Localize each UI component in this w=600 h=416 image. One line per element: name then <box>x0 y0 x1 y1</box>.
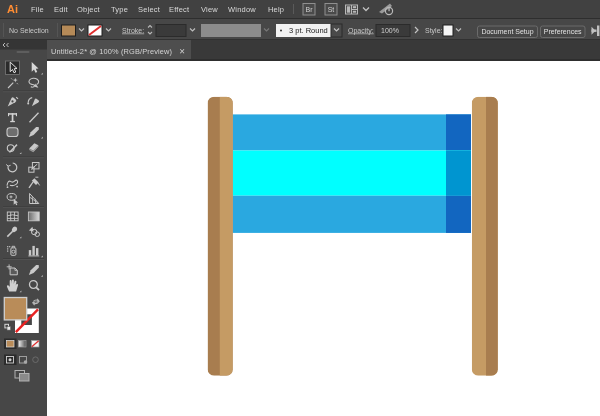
svg-text:Stroke:: Stroke: <box>122 27 144 34</box>
svg-text:3 pt. Round: 3 pt. Round <box>289 26 328 35</box>
svg-text:100%: 100% <box>381 27 399 34</box>
svg-text:Document Setup: Document Setup <box>481 28 533 36</box>
svg-text:Opacity:: Opacity: <box>348 27 374 35</box>
svg-text:St: St <box>328 6 335 13</box>
svg-text:Br: Br <box>306 6 314 13</box>
svg-text:Preferences: Preferences <box>544 28 582 35</box>
svg-text:Style:: Style: <box>425 27 443 35</box>
